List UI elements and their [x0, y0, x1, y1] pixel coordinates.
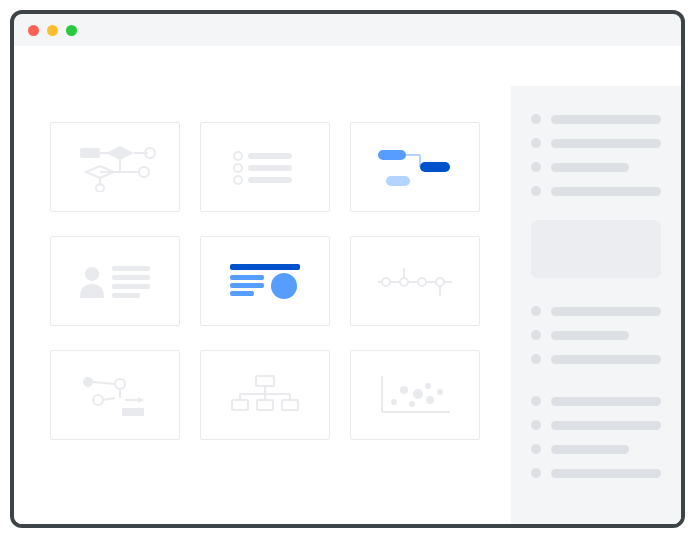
template-profile[interactable]: [50, 236, 180, 326]
svg-rect-0: [80, 148, 100, 158]
svg-line-45: [103, 398, 115, 400]
svg-point-34: [382, 278, 390, 286]
svg-point-63: [413, 389, 423, 399]
template-flowchart[interactable]: [50, 122, 180, 212]
svg-marker-47: [138, 397, 144, 403]
svg-point-36: [418, 278, 426, 286]
svg-point-40: [83, 377, 93, 387]
svg-point-9: [139, 167, 149, 177]
sidebar-item[interactable]: [531, 444, 661, 454]
template-dashboard[interactable]: [200, 236, 330, 326]
body: [14, 86, 681, 524]
template-orgchart[interactable]: [200, 350, 330, 440]
svg-point-35: [400, 278, 408, 286]
svg-point-65: [426, 396, 434, 404]
svg-rect-25: [112, 275, 150, 280]
dashboard-icon: [220, 256, 310, 306]
orgchart-icon: [220, 370, 310, 420]
svg-rect-22: [386, 176, 410, 186]
timeline-icon: [370, 256, 460, 306]
svg-rect-26: [112, 284, 150, 289]
template-scatter[interactable]: [350, 350, 480, 440]
app-window: [10, 10, 685, 528]
sidebar-item[interactable]: [531, 186, 661, 196]
svg-point-61: [400, 386, 408, 394]
svg-rect-55: [232, 400, 248, 410]
svg-rect-57: [282, 400, 298, 410]
svg-rect-27: [112, 293, 140, 298]
svg-point-12: [234, 152, 242, 160]
sidebar-group-2: [531, 306, 661, 364]
svg-point-60: [391, 399, 397, 405]
sidebar-item[interactable]: [531, 306, 661, 316]
svg-point-16: [234, 176, 242, 184]
close-icon[interactable]: [28, 25, 39, 36]
svg-point-23: [85, 267, 99, 281]
maximize-icon[interactable]: [66, 25, 77, 36]
svg-point-37: [436, 278, 444, 286]
svg-point-64: [425, 383, 431, 389]
gantt-icon: [370, 142, 460, 192]
svg-point-62: [409, 401, 415, 407]
sidebar-preview-block: [531, 220, 661, 278]
sidebar-item[interactable]: [531, 354, 661, 364]
template-gantt[interactable]: [350, 122, 480, 212]
scatter-icon: [370, 370, 460, 420]
template-timeline[interactable]: [350, 236, 480, 326]
sidebar-item[interactable]: [531, 114, 661, 124]
sidebar-item[interactable]: [531, 162, 661, 172]
svg-rect-13: [248, 153, 292, 159]
svg-line-42: [93, 382, 115, 384]
svg-point-44: [93, 395, 103, 405]
svg-point-14: [234, 164, 242, 172]
titlebar: [14, 14, 681, 46]
list-icon: [220, 142, 310, 192]
sidebar-item[interactable]: [531, 330, 661, 340]
sidebar: [511, 86, 681, 524]
minimize-icon[interactable]: [47, 25, 58, 36]
template-list[interactable]: [200, 122, 330, 212]
sidebar-item[interactable]: [531, 138, 661, 148]
template-process[interactable]: [50, 350, 180, 440]
template-grid: [14, 86, 511, 524]
sidebar-group-3: [531, 396, 661, 478]
sidebar-item[interactable]: [531, 396, 661, 406]
sidebar-item[interactable]: [531, 420, 661, 430]
process-icon: [70, 370, 160, 420]
svg-point-41: [115, 379, 125, 389]
svg-point-66: [437, 389, 443, 395]
svg-marker-2: [106, 146, 134, 160]
svg-rect-15: [248, 165, 292, 171]
svg-rect-56: [257, 400, 273, 410]
svg-rect-18: [378, 150, 406, 160]
svg-rect-49: [256, 376, 274, 386]
svg-rect-28: [230, 264, 300, 270]
toolbar: [14, 46, 681, 86]
svg-rect-24: [112, 266, 150, 271]
svg-rect-31: [230, 291, 254, 296]
svg-rect-48: [122, 408, 144, 416]
svg-rect-30: [230, 283, 264, 288]
profile-icon: [70, 256, 160, 306]
sidebar-group-1: [531, 114, 661, 196]
flowchart-icon: [70, 142, 160, 192]
svg-rect-17: [248, 177, 292, 183]
svg-rect-21: [420, 162, 450, 172]
svg-point-32: [271, 273, 297, 299]
svg-rect-29: [230, 275, 264, 280]
sidebar-item[interactable]: [531, 468, 661, 478]
